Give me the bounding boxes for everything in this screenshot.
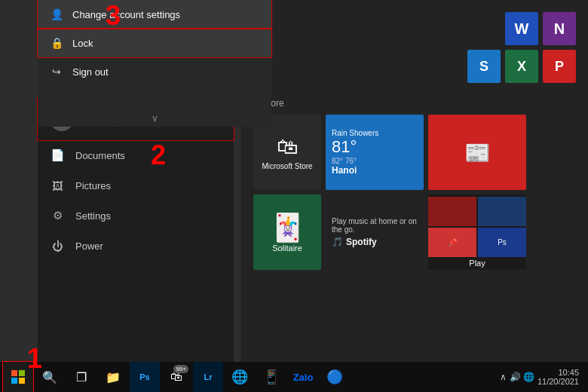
windows-icon (11, 370, 25, 384)
play-p2 (478, 197, 526, 226)
sign-out-item[interactable]: ↪ Sign out (38, 57, 271, 86)
change-account-item[interactable]: 👤 Change account settings (38, 0, 271, 29)
tiles-grid: 🛍 Microsoft Store Rain Showers 81° 82° 7… (253, 115, 576, 270)
start-menu-left: 👤 Change account settings 🔒 Lock ↪ Sign … (38, 0, 234, 362)
powerpoint-tile[interactable]: P (543, 50, 576, 83)
svg-rect-1 (19, 370, 25, 376)
store-label: Microsoft Store (259, 162, 315, 170)
settings-icon: ⚙ (50, 208, 65, 223)
solitaire-icon: 🃏 (271, 212, 305, 243)
store-icon: 🛍 (277, 134, 298, 159)
viber-icon: 📱 (263, 369, 280, 385)
file-explorer-button[interactable]: 📁 (98, 362, 128, 392)
news-icon: 📰 (464, 140, 491, 165)
sign-out-label: Sign out (72, 66, 109, 78)
task-view-icon: ❐ (76, 370, 87, 384)
top-apps-row2: S X P (253, 50, 576, 83)
pictures-icon: 🖼 (50, 178, 65, 193)
play-inner: 📌 Ps (428, 197, 526, 257)
edge-button[interactable]: 🌐 (225, 362, 255, 392)
spotify-label: 🎵 Spotify (332, 237, 377, 247)
tiles-area: W N S X P Explore 🛍 Microsoft Store Rain… (241, 0, 588, 362)
solitaire-label: Solitaire (272, 243, 302, 253)
top-apps-row: W N (253, 12, 576, 45)
skype-tile[interactable]: S (467, 50, 501, 83)
dropdown-chevron: ∨ (38, 110, 271, 127)
lock-icon: 🔒 (50, 36, 63, 50)
annotation-2: 2 (151, 139, 166, 171)
solitaire-tile[interactable]: 🃏 Solitaire (253, 194, 321, 270)
svg-rect-0 (11, 370, 17, 376)
viber-button[interactable]: 📱 (256, 362, 286, 392)
chrome-icon: 🔵 (326, 369, 343, 385)
svg-rect-2 (11, 378, 17, 384)
search-icon: 🔍 (42, 370, 57, 384)
change-account-icon: 👤 (50, 8, 63, 21)
store-taskbar-button[interactable]: 🛍 99+ (161, 362, 191, 392)
weather-temp: 81° (332, 137, 357, 157)
power-item[interactable]: ⏻ Power (38, 231, 234, 261)
play-p4: Ps (478, 228, 526, 257)
settings-label: Settings (75, 210, 111, 222)
onenote-tile[interactable]: N (543, 12, 576, 45)
weather-range: 82° 76° (332, 157, 357, 165)
zalo-button[interactable]: Zalo (288, 362, 318, 392)
task-view-button[interactable]: ❐ (66, 362, 96, 392)
edge-icon: 🌐 (231, 369, 248, 385)
change-account-label: Change account settings (72, 9, 180, 20)
chrome-button[interactable]: 🔵 (320, 362, 350, 392)
explore-label: Explore (253, 98, 576, 109)
lightroom-button[interactable]: Lr (193, 362, 223, 392)
settings-item[interactable]: ⚙ Settings (38, 201, 234, 231)
system-tray: ∧ 🔊 🌐 (500, 372, 534, 382)
power-icon: ⏻ (50, 238, 65, 253)
file-explorer-icon: 📁 (106, 370, 121, 384)
documents-item[interactable]: 📄 Documents (38, 140, 234, 170)
lightroom-icon: Lr (204, 372, 213, 381)
play-p3: 📌 (428, 228, 476, 257)
play-p1 (428, 197, 476, 226)
weather-tile[interactable]: Rain Showers 81° 82° 76° Hanoi (326, 115, 424, 190)
taskbar: 🔍 ❐ 📁 Ps 🛍 99+ Lr 🌐 📱 Zalo 🔵 ∧ 🔊 🌐 10:45… (0, 362, 588, 392)
excel-tile[interactable]: X (505, 50, 538, 83)
clock: 10:4511/20/2021 (537, 368, 579, 386)
play-label: Play (469, 259, 485, 268)
pictures-label: Pictures (75, 180, 111, 191)
power-label: Power (75, 240, 103, 252)
store-badge: 99+ (173, 365, 188, 373)
play-tile[interactable]: 📌 Ps Play (428, 194, 526, 270)
lock-label: Lock (72, 38, 93, 49)
lock-item[interactable]: 🔒 Lock (38, 29, 271, 57)
word-tile[interactable]: W (505, 12, 538, 45)
spotify-desc: Play music at home or on the go. (332, 217, 418, 234)
weather-city: Hanoi (332, 165, 357, 176)
annotation-3: 3 (106, 0, 121, 32)
sign-out-icon: ↪ (50, 65, 63, 78)
photoshop-icon: Ps (139, 372, 149, 381)
news-tile[interactable]: 📰 (428, 115, 526, 190)
spotify-icon: 🎵 (332, 237, 343, 247)
pictures-item[interactable]: 🖼 Pictures (38, 170, 234, 201)
spotify-tile[interactable]: Play music at home or on the go. 🎵 Spoti… (326, 194, 424, 270)
taskbar-right: ∧ 🔊 🌐 10:4511/20/2021 (500, 368, 585, 386)
zalo-icon: Zalo (293, 372, 314, 383)
photoshop-button[interactable]: Ps (130, 362, 160, 392)
annotation-1: 1 (27, 343, 42, 375)
documents-label: Documents (75, 150, 125, 161)
documents-icon: 📄 (50, 148, 65, 163)
task-manager-hint: ager (38, 86, 271, 110)
weather-desc: Rain Showers (332, 129, 378, 137)
svg-rect-3 (19, 378, 25, 384)
account-dropdown: 👤 Change account settings 🔒 Lock ↪ Sign … (38, 0, 271, 127)
